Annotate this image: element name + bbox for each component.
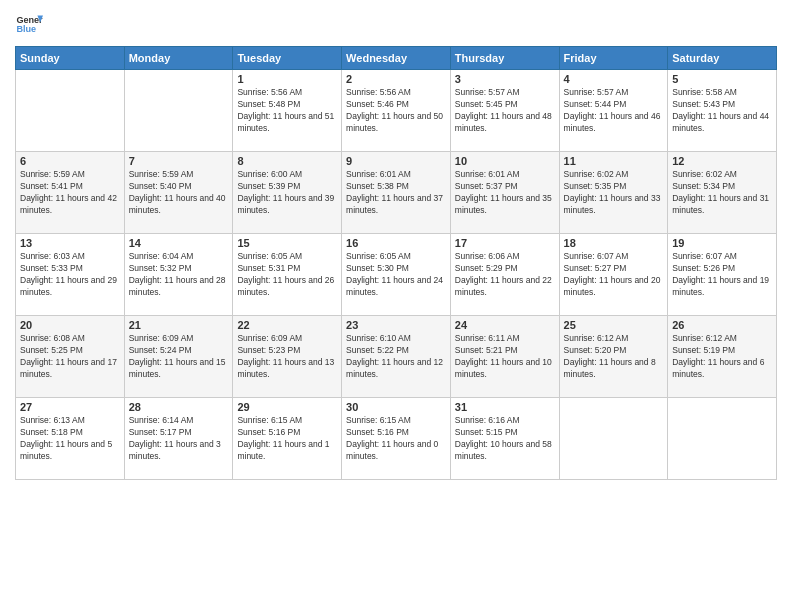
day-info: Sunrise: 6:15 AMSunset: 5:16 PMDaylight:…	[346, 415, 446, 463]
day-number: 9	[346, 155, 446, 167]
day-info: Sunrise: 5:59 AMSunset: 5:40 PMDaylight:…	[129, 169, 229, 217]
header-cell-tuesday: Tuesday	[233, 47, 342, 70]
day-info: Sunrise: 6:00 AMSunset: 5:39 PMDaylight:…	[237, 169, 337, 217]
day-cell: 23Sunrise: 6:10 AMSunset: 5:22 PMDayligh…	[342, 316, 451, 398]
day-info: Sunrise: 6:12 AMSunset: 5:19 PMDaylight:…	[672, 333, 772, 381]
day-cell: 6Sunrise: 5:59 AMSunset: 5:41 PMDaylight…	[16, 152, 125, 234]
day-number: 16	[346, 237, 446, 249]
day-cell	[124, 70, 233, 152]
day-number: 15	[237, 237, 337, 249]
day-cell: 3Sunrise: 5:57 AMSunset: 5:45 PMDaylight…	[450, 70, 559, 152]
week-row-3: 13Sunrise: 6:03 AMSunset: 5:33 PMDayligh…	[16, 234, 777, 316]
week-row-1: 1Sunrise: 5:56 AMSunset: 5:48 PMDaylight…	[16, 70, 777, 152]
day-cell: 8Sunrise: 6:00 AMSunset: 5:39 PMDaylight…	[233, 152, 342, 234]
day-cell: 21Sunrise: 6:09 AMSunset: 5:24 PMDayligh…	[124, 316, 233, 398]
day-cell: 1Sunrise: 5:56 AMSunset: 5:48 PMDaylight…	[233, 70, 342, 152]
day-info: Sunrise: 6:02 AMSunset: 5:35 PMDaylight:…	[564, 169, 664, 217]
week-row-5: 27Sunrise: 6:13 AMSunset: 5:18 PMDayligh…	[16, 398, 777, 480]
day-info: Sunrise: 6:11 AMSunset: 5:21 PMDaylight:…	[455, 333, 555, 381]
day-info: Sunrise: 6:16 AMSunset: 5:15 PMDaylight:…	[455, 415, 555, 463]
day-number: 14	[129, 237, 229, 249]
day-cell: 22Sunrise: 6:09 AMSunset: 5:23 PMDayligh…	[233, 316, 342, 398]
header-cell-sunday: Sunday	[16, 47, 125, 70]
day-info: Sunrise: 6:08 AMSunset: 5:25 PMDaylight:…	[20, 333, 120, 381]
day-number: 12	[672, 155, 772, 167]
logo-icon: General Blue	[15, 10, 43, 38]
day-info: Sunrise: 6:06 AMSunset: 5:29 PMDaylight:…	[455, 251, 555, 299]
logo: General Blue	[15, 10, 43, 38]
day-info: Sunrise: 6:12 AMSunset: 5:20 PMDaylight:…	[564, 333, 664, 381]
day-cell: 12Sunrise: 6:02 AMSunset: 5:34 PMDayligh…	[668, 152, 777, 234]
day-info: Sunrise: 6:05 AMSunset: 5:31 PMDaylight:…	[237, 251, 337, 299]
day-info: Sunrise: 6:02 AMSunset: 5:34 PMDaylight:…	[672, 169, 772, 217]
day-number: 22	[237, 319, 337, 331]
calendar-table: SundayMondayTuesdayWednesdayThursdayFrid…	[15, 46, 777, 480]
day-number: 23	[346, 319, 446, 331]
day-number: 3	[455, 73, 555, 85]
day-info: Sunrise: 6:10 AMSunset: 5:22 PMDaylight:…	[346, 333, 446, 381]
day-info: Sunrise: 6:13 AMSunset: 5:18 PMDaylight:…	[20, 415, 120, 463]
day-number: 29	[237, 401, 337, 413]
day-number: 28	[129, 401, 229, 413]
day-info: Sunrise: 5:58 AMSunset: 5:43 PMDaylight:…	[672, 87, 772, 135]
day-info: Sunrise: 5:56 AMSunset: 5:46 PMDaylight:…	[346, 87, 446, 135]
day-cell: 13Sunrise: 6:03 AMSunset: 5:33 PMDayligh…	[16, 234, 125, 316]
day-info: Sunrise: 6:09 AMSunset: 5:23 PMDaylight:…	[237, 333, 337, 381]
week-row-2: 6Sunrise: 5:59 AMSunset: 5:41 PMDaylight…	[16, 152, 777, 234]
day-cell: 2Sunrise: 5:56 AMSunset: 5:46 PMDaylight…	[342, 70, 451, 152]
day-cell: 28Sunrise: 6:14 AMSunset: 5:17 PMDayligh…	[124, 398, 233, 480]
day-number: 18	[564, 237, 664, 249]
day-cell: 17Sunrise: 6:06 AMSunset: 5:29 PMDayligh…	[450, 234, 559, 316]
day-info: Sunrise: 5:59 AMSunset: 5:41 PMDaylight:…	[20, 169, 120, 217]
day-cell: 15Sunrise: 6:05 AMSunset: 5:31 PMDayligh…	[233, 234, 342, 316]
day-cell	[668, 398, 777, 480]
day-cell: 16Sunrise: 6:05 AMSunset: 5:30 PMDayligh…	[342, 234, 451, 316]
page-header: General Blue	[15, 10, 777, 38]
day-number: 30	[346, 401, 446, 413]
day-info: Sunrise: 6:09 AMSunset: 5:24 PMDaylight:…	[129, 333, 229, 381]
day-info: Sunrise: 6:14 AMSunset: 5:17 PMDaylight:…	[129, 415, 229, 463]
day-number: 31	[455, 401, 555, 413]
day-cell: 19Sunrise: 6:07 AMSunset: 5:26 PMDayligh…	[668, 234, 777, 316]
day-cell: 9Sunrise: 6:01 AMSunset: 5:38 PMDaylight…	[342, 152, 451, 234]
day-number: 2	[346, 73, 446, 85]
day-cell: 31Sunrise: 6:16 AMSunset: 5:15 PMDayligh…	[450, 398, 559, 480]
svg-text:Blue: Blue	[16, 24, 36, 34]
header-cell-friday: Friday	[559, 47, 668, 70]
day-cell: 26Sunrise: 6:12 AMSunset: 5:19 PMDayligh…	[668, 316, 777, 398]
day-number: 11	[564, 155, 664, 167]
day-number: 6	[20, 155, 120, 167]
day-number: 8	[237, 155, 337, 167]
day-info: Sunrise: 6:15 AMSunset: 5:16 PMDaylight:…	[237, 415, 337, 463]
day-info: Sunrise: 5:57 AMSunset: 5:44 PMDaylight:…	[564, 87, 664, 135]
day-cell: 25Sunrise: 6:12 AMSunset: 5:20 PMDayligh…	[559, 316, 668, 398]
day-number: 13	[20, 237, 120, 249]
day-cell: 14Sunrise: 6:04 AMSunset: 5:32 PMDayligh…	[124, 234, 233, 316]
day-number: 27	[20, 401, 120, 413]
day-info: Sunrise: 6:07 AMSunset: 5:26 PMDaylight:…	[672, 251, 772, 299]
day-cell	[16, 70, 125, 152]
day-cell: 30Sunrise: 6:15 AMSunset: 5:16 PMDayligh…	[342, 398, 451, 480]
day-cell: 24Sunrise: 6:11 AMSunset: 5:21 PMDayligh…	[450, 316, 559, 398]
day-info: Sunrise: 6:03 AMSunset: 5:33 PMDaylight:…	[20, 251, 120, 299]
day-info: Sunrise: 6:07 AMSunset: 5:27 PMDaylight:…	[564, 251, 664, 299]
week-row-4: 20Sunrise: 6:08 AMSunset: 5:25 PMDayligh…	[16, 316, 777, 398]
day-cell: 29Sunrise: 6:15 AMSunset: 5:16 PMDayligh…	[233, 398, 342, 480]
day-number: 21	[129, 319, 229, 331]
day-cell: 4Sunrise: 5:57 AMSunset: 5:44 PMDaylight…	[559, 70, 668, 152]
day-number: 20	[20, 319, 120, 331]
day-number: 7	[129, 155, 229, 167]
day-number: 1	[237, 73, 337, 85]
day-cell: 5Sunrise: 5:58 AMSunset: 5:43 PMDaylight…	[668, 70, 777, 152]
day-number: 24	[455, 319, 555, 331]
day-cell: 27Sunrise: 6:13 AMSunset: 5:18 PMDayligh…	[16, 398, 125, 480]
day-cell: 20Sunrise: 6:08 AMSunset: 5:25 PMDayligh…	[16, 316, 125, 398]
day-info: Sunrise: 5:56 AMSunset: 5:48 PMDaylight:…	[237, 87, 337, 135]
day-number: 17	[455, 237, 555, 249]
day-info: Sunrise: 6:05 AMSunset: 5:30 PMDaylight:…	[346, 251, 446, 299]
day-cell: 18Sunrise: 6:07 AMSunset: 5:27 PMDayligh…	[559, 234, 668, 316]
day-cell: 11Sunrise: 6:02 AMSunset: 5:35 PMDayligh…	[559, 152, 668, 234]
day-number: 10	[455, 155, 555, 167]
day-info: Sunrise: 6:04 AMSunset: 5:32 PMDaylight:…	[129, 251, 229, 299]
day-cell: 10Sunrise: 6:01 AMSunset: 5:37 PMDayligh…	[450, 152, 559, 234]
